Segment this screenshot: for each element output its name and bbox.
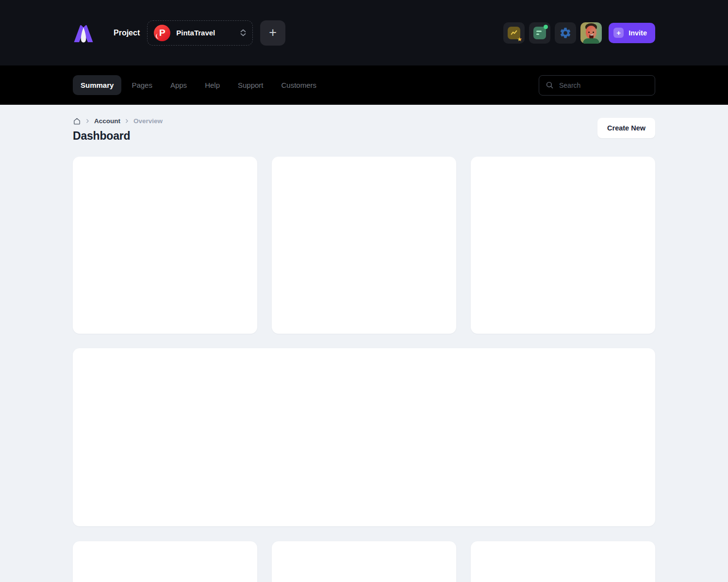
search-icon bbox=[546, 81, 554, 89]
user-avatar[interactable] bbox=[580, 22, 602, 44]
app-logo-icon bbox=[73, 22, 94, 44]
dashboard-card bbox=[73, 157, 257, 334]
dashboard-card bbox=[471, 157, 655, 334]
search-input[interactable] bbox=[558, 81, 648, 90]
trend-line-star-icon: ★ bbox=[508, 27, 520, 39]
analytics-button[interactable]: ★ bbox=[503, 22, 525, 44]
page-header-row: Account Overview Dashboard Create New bbox=[73, 117, 655, 143]
top-card-row bbox=[73, 157, 655, 334]
tab-support[interactable]: Support bbox=[238, 81, 264, 89]
invite-button-label: Invite bbox=[629, 29, 647, 37]
tab-pages[interactable]: Pages bbox=[132, 81, 152, 89]
notification-dot bbox=[544, 25, 548, 29]
dashboard-card bbox=[73, 541, 257, 582]
page-heading-group: Account Overview Dashboard bbox=[73, 117, 163, 143]
wide-dashboard-card bbox=[73, 348, 655, 526]
invite-button[interactable]: + Invite bbox=[609, 23, 655, 43]
search-box bbox=[539, 75, 655, 96]
header-left-group: Project P PintaTravel + bbox=[73, 20, 285, 46]
tab-customers[interactable]: Customers bbox=[281, 81, 317, 89]
tab-summary[interactable]: Summary bbox=[73, 75, 121, 95]
breadcrumb: Account Overview bbox=[73, 117, 163, 125]
add-project-button[interactable]: + bbox=[260, 20, 285, 46]
main-nav: Summary Pages Apps Help Support Customer… bbox=[0, 65, 728, 105]
project-selector-value: PintaTravel bbox=[176, 29, 240, 37]
bottom-card-row bbox=[73, 541, 655, 582]
page-title: Dashboard bbox=[73, 129, 163, 143]
chevron-up-down-icon bbox=[240, 29, 246, 36]
chevron-right-icon bbox=[124, 118, 130, 124]
breadcrumb-item-account[interactable]: Account bbox=[94, 117, 120, 125]
plus-icon: + bbox=[269, 26, 277, 39]
top-header: Project P PintaTravel + ★ bbox=[0, 0, 728, 65]
gear-icon bbox=[559, 27, 572, 39]
main-content: Account Overview Dashboard Create New bbox=[0, 105, 728, 582]
plus-icon: + bbox=[613, 28, 624, 38]
project-selector-dropdown[interactable]: P PintaTravel bbox=[147, 20, 253, 46]
header-right-group: ★ + Invite bbox=[503, 22, 655, 44]
home-icon[interactable] bbox=[73, 117, 81, 125]
pintatravel-logo-icon: P bbox=[154, 25, 170, 41]
chevron-right-icon bbox=[84, 118, 91, 124]
nav-tabs: Summary Pages Apps Help Support Customer… bbox=[81, 75, 316, 95]
create-new-button[interactable]: Create New bbox=[597, 118, 655, 138]
project-label: Project bbox=[114, 29, 140, 37]
star-icon: ★ bbox=[517, 36, 522, 42]
tab-help[interactable]: Help bbox=[205, 81, 220, 89]
tab-apps[interactable]: Apps bbox=[170, 81, 187, 89]
dashboard-card bbox=[272, 157, 456, 334]
settings-button[interactable] bbox=[555, 22, 576, 44]
dashboard-card bbox=[471, 541, 655, 582]
messages-button[interactable] bbox=[529, 22, 550, 44]
dashboard-card bbox=[272, 541, 456, 582]
breadcrumb-item-overview: Overview bbox=[133, 117, 163, 125]
